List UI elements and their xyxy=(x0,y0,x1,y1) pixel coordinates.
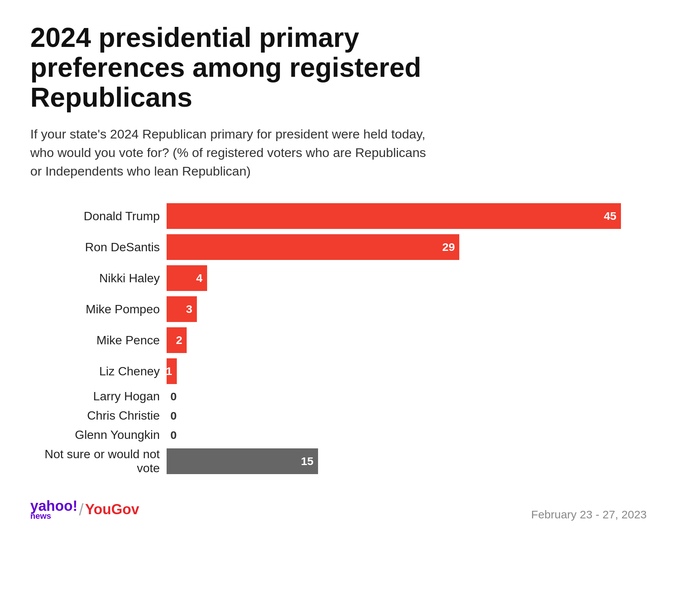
bar-row: Mike Pence2 xyxy=(30,327,647,353)
slash-divider: / xyxy=(79,500,84,519)
bar-fill: 4 xyxy=(167,265,207,291)
candidate-label: Liz Cheney xyxy=(30,364,167,378)
bar-row: Glenn Youngkin0 xyxy=(30,428,647,442)
bar-row: Larry Hogan0 xyxy=(30,389,647,403)
bar-wrapper: 2 xyxy=(167,327,647,353)
yougov-logo: YouGov xyxy=(85,501,139,518)
candidate-label: Mike Pompeo xyxy=(30,302,167,316)
bar-value-label: 15 xyxy=(301,455,314,468)
bar-row: Chris Christie0 xyxy=(30,409,647,423)
bar-fill: 45 xyxy=(167,203,621,229)
bar-wrapper: 0 xyxy=(167,409,647,422)
candidate-label: Ron DeSantis xyxy=(30,240,167,254)
bar-row: Donald Trump45 xyxy=(30,203,647,229)
bar-wrapper: 15 xyxy=(167,448,647,474)
bar-wrapper: 3 xyxy=(167,296,647,322)
bar-fill: 1 xyxy=(167,358,177,384)
bar-row: Liz Cheney1 xyxy=(30,358,647,384)
candidate-label: Glenn Youngkin xyxy=(30,428,167,442)
yahoo-logo: yahoo! news xyxy=(30,498,78,521)
logo-container: yahoo! news / YouGov xyxy=(30,498,139,521)
bar-wrapper: 1 xyxy=(167,358,647,384)
bar-wrapper: 4 xyxy=(167,265,647,291)
bar-row: Mike Pompeo3 xyxy=(30,296,647,322)
bar-wrapper: 0 xyxy=(167,390,647,403)
candidate-label: Donald Trump xyxy=(30,209,167,223)
candidate-label: Mike Pence xyxy=(30,333,167,347)
page-title: 2024 presidential primary preferences am… xyxy=(30,23,447,113)
bar-value-label: 45 xyxy=(604,210,616,222)
yahoo-news-label: news xyxy=(30,511,78,521)
zero-value: 0 xyxy=(170,429,177,442)
footer: yahoo! news / YouGov February 23 - 27, 2… xyxy=(30,498,647,521)
bar-value-label: 29 xyxy=(442,241,455,254)
bar-row: Nikki Haley4 xyxy=(30,265,647,291)
date-label: February 23 - 27, 2023 xyxy=(531,508,647,521)
candidate-label: Larry Hogan xyxy=(30,389,167,403)
candidate-label: Chris Christie xyxy=(30,409,167,423)
bar-wrapper: 45 xyxy=(167,203,647,229)
bar-value-label: 1 xyxy=(166,365,172,378)
bar-fill: 15 xyxy=(167,448,318,474)
bar-value-label: 3 xyxy=(186,303,192,316)
bar-chart: Donald Trump45Ron DeSantis29Nikki Haley4… xyxy=(30,203,647,475)
zero-value: 0 xyxy=(170,409,177,422)
bar-wrapper: 0 xyxy=(167,429,647,442)
subtitle-text: If your state's 2024 Republican primary … xyxy=(30,125,428,181)
bar-wrapper: 29 xyxy=(167,234,647,260)
candidate-label: Nikki Haley xyxy=(30,271,167,285)
bar-fill: 29 xyxy=(167,234,459,260)
bar-value-label: 2 xyxy=(176,334,183,347)
bar-row: Not sure or would not vote15 xyxy=(30,447,647,475)
bar-fill: 2 xyxy=(167,327,187,353)
bar-value-label: 4 xyxy=(196,272,203,285)
bar-row: Ron DeSantis29 xyxy=(30,234,647,260)
zero-value: 0 xyxy=(170,390,177,403)
candidate-label: Not sure or would not vote xyxy=(30,447,167,475)
bar-fill: 3 xyxy=(167,296,197,322)
